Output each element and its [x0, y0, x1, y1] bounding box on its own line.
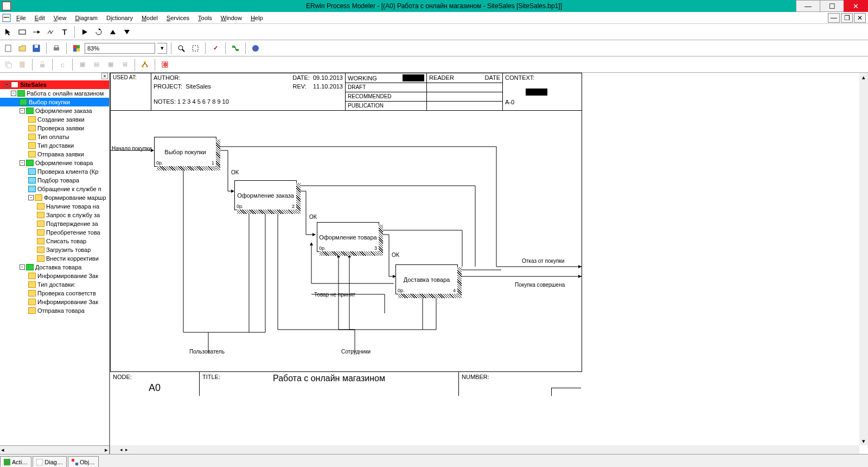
tree-root[interactable]: −SiteSales [0, 80, 109, 89]
svg-line-36 [145, 64, 147, 65]
svg-rect-60 [36, 459, 43, 465]
tree-item[interactable]: −Формирование маршр [0, 193, 109, 202]
tab-activities[interactable]: Acti… [0, 456, 31, 467]
paste-button[interactable] [16, 59, 28, 71]
tree-item[interactable]: Отправка товара [0, 306, 109, 315]
menu-model[interactable]: Model [137, 15, 162, 21]
mdi-close-button[interactable]: ✕ [854, 13, 866, 23]
tab-diagrams[interactable]: Diag… [33, 456, 67, 467]
model-button[interactable] [250, 42, 261, 54]
grid1-button[interactable]: ▦ [76, 59, 88, 71]
tree-item[interactable]: Наличие товара на [0, 202, 109, 211]
menu-services[interactable]: Services [162, 15, 194, 21]
zoom-input[interactable] [85, 43, 155, 54]
svg-line-25 [235, 47, 236, 50]
menu-window[interactable]: Window [216, 15, 246, 21]
tab-objects[interactable]: Obj… [68, 456, 99, 467]
tree-item[interactable]: Проверка соответств [0, 289, 109, 298]
activity-box-tool[interactable] [16, 26, 28, 38]
print-button[interactable] [50, 42, 62, 54]
minimize-button[interactable]: — [796, 0, 820, 12]
arrow-label: Пользователь [189, 349, 225, 355]
tree-item[interactable]: Тип доставки [0, 141, 109, 150]
down-tool[interactable] [121, 26, 133, 38]
arrow-tool[interactable] [30, 26, 42, 38]
palette-button[interactable] [71, 42, 82, 54]
menu-edit[interactable]: Edit [30, 15, 49, 21]
svg-point-34 [146, 65, 148, 67]
zoom-dropdown[interactable]: ▾ [157, 43, 167, 54]
svg-rect-11 [5, 45, 11, 52]
window-title: ERwin Process Modeler - [(A0) Работа с о… [306, 2, 562, 10]
activity-box-4[interactable]: Доставка товара 0р.4 [395, 264, 458, 294]
squiggle-tool[interactable] [44, 26, 56, 38]
spellcheck-button[interactable]: ✓ [209, 42, 221, 54]
tree-item[interactable]: −Доставка товара [0, 263, 109, 272]
tree-item-selected[interactable]: Выбор покупки [0, 98, 109, 106]
menu-tools[interactable]: Tools [194, 15, 216, 21]
run-tool[interactable] [79, 26, 91, 38]
tree-item[interactable]: Тип доставки: [0, 280, 109, 289]
activity-box-2[interactable]: Оформление заказа 0р.2 [234, 180, 297, 210]
grid2-button[interactable]: ▤ [91, 59, 103, 71]
tree-item[interactable]: −Оформление заказа [0, 106, 109, 115]
tree-item[interactable]: Внести коррективи [0, 254, 109, 263]
tree-item[interactable]: −Оформление товара [0, 159, 109, 167]
diagram-canvas[interactable]: USED AT: AUTHOR: DATE: 09.10.2013 PROJEC… [110, 73, 868, 454]
tree-item[interactable]: Подтверждение за [0, 219, 109, 228]
tree-item[interactable]: Отправка заявки [0, 150, 109, 159]
tree-item[interactable]: Запрос в службу за [0, 211, 109, 219]
close-button[interactable]: ✕ [844, 0, 868, 12]
svg-rect-18 [73, 48, 76, 52]
tree-item[interactable]: Загрузить товар [0, 245, 109, 254]
mdi-minimize-button[interactable]: — [828, 13, 840, 23]
copy-button[interactable] [2, 59, 14, 71]
maximize-button[interactable]: ☐ [820, 0, 844, 12]
tree-item[interactable]: −Работа с онлайн магазином [0, 89, 109, 98]
link-button[interactable] [229, 42, 241, 54]
tree-item[interactable]: Проверка клиента (Кр [0, 167, 109, 176]
menu-help[interactable]: Help [246, 15, 267, 21]
tree-item[interactable]: Списать товар [0, 237, 109, 245]
tree-item[interactable]: Обращение к службе п [0, 185, 109, 193]
org-button[interactable] [139, 59, 151, 71]
zoom-in-button[interactable] [175, 42, 187, 54]
text-tool[interactable]: T [59, 26, 71, 38]
new-button[interactable] [2, 42, 14, 54]
up-tool[interactable] [107, 26, 119, 38]
svg-marker-45 [578, 265, 582, 268]
undo-button[interactable]: ⎌ [56, 59, 68, 71]
arrow-label: Товар не принят [314, 292, 355, 298]
tree-item[interactable]: Информирование Зак [0, 272, 109, 280]
refresh-tool[interactable] [93, 26, 105, 38]
tree-item[interactable]: Информирование Зак [0, 298, 109, 306]
save-button[interactable] [30, 42, 42, 54]
sidebar-hscroll[interactable]: ◂▸ [0, 445, 109, 454]
toolbar-tools: T [0, 24, 868, 40]
zoom-fit-button[interactable] [189, 42, 201, 54]
canvas-hscroll[interactable]: ◂ ▸ [110, 445, 859, 454]
tree-item[interactable]: Проверка заявки [0, 124, 109, 132]
canvas-vscroll[interactable]: ▴▾ [859, 73, 868, 445]
menu-dictionary[interactable]: Dictionary [102, 15, 137, 21]
grid4-button[interactable]: ⊞ [119, 59, 131, 71]
activity-box-3[interactable]: Оформление товара 0р.3 [317, 222, 379, 252]
menu-file[interactable]: File [12, 15, 30, 21]
grid3-button[interactable]: ▦ [105, 59, 117, 71]
tree-item[interactable]: Подбор товара [0, 176, 109, 185]
model-tree[interactable]: −SiteSales −Работа с онлайн магазином Вы… [0, 73, 109, 445]
menu-view[interactable]: View [49, 15, 71, 21]
sidebar-close-button[interactable]: × [101, 73, 108, 79]
svg-marker-9 [110, 30, 116, 34]
mdi-restore-button[interactable]: ❐ [841, 13, 853, 23]
lock-button[interactable] [36, 59, 48, 71]
tree-item[interactable]: Создание заявки [0, 115, 109, 124]
tree-item[interactable]: Тип оплаты [0, 132, 109, 141]
pointer-tool[interactable] [2, 26, 14, 38]
open-button[interactable] [16, 42, 28, 54]
activity-box-1[interactable]: Выбор покупки 0р.1 [154, 137, 216, 167]
menu-bar: File Edit View Diagram Dictionary Model … [0, 12, 868, 24]
menu-diagram[interactable]: Diagram [71, 15, 102, 21]
tree-item[interactable]: Преобретение това [0, 228, 109, 237]
validate-button[interactable]: ✽ [159, 59, 171, 71]
